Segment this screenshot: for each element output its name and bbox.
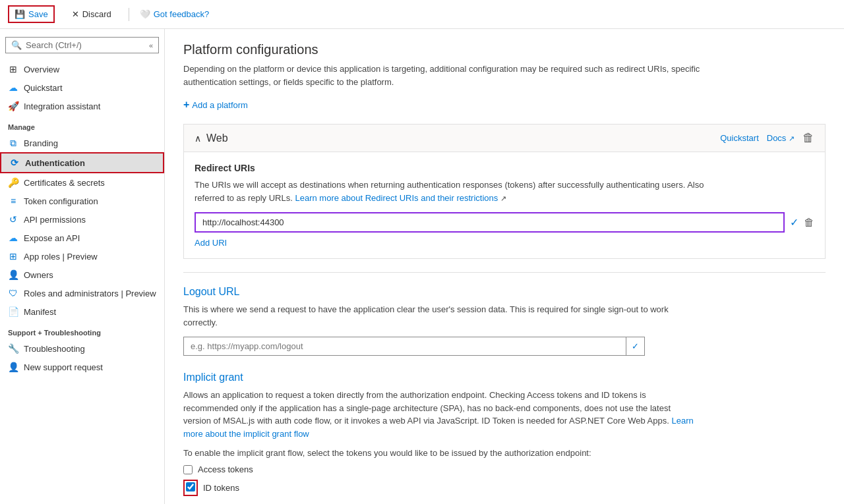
sidebar-label-integration: Integration assistant — [24, 101, 100, 111]
uri-input-row: ✓ 🗑 — [195, 212, 814, 233]
logout-input-row: ✓ — [183, 337, 645, 356]
feedback-icon: 🤍 — [140, 9, 150, 19]
sidebar: 🔍 Search (Ctrl+/) « ⊞ Overview ☁ Quickst… — [0, 29, 165, 504]
sidebar-item-api-permissions[interactable]: ↺ API permissions — [0, 210, 164, 229]
sidebar-label-manifest: Manifest — [24, 307, 56, 317]
access-tokens-label[interactable]: Access tokens — [198, 464, 253, 474]
api-permissions-icon: ↺ — [8, 214, 18, 225]
sidebar-item-branding[interactable]: ⧉ Branding — [0, 134, 164, 152]
redirect-desc: The URIs we will accept as destinations … — [195, 179, 709, 204]
sidebar-item-troubleshooting[interactable]: 🔧 Troubleshooting — [0, 339, 164, 358]
sidebar-item-quickstart[interactable]: ☁ Quickstart — [0, 78, 164, 97]
sidebar-item-authentication[interactable]: ⟳ Authentication — [0, 152, 164, 173]
uri-input[interactable] — [195, 212, 785, 233]
sidebar-label-troubleshooting: Troubleshooting — [24, 344, 85, 354]
sidebar-item-integration[interactable]: 🚀 Integration assistant — [0, 97, 164, 115]
sidebar-item-app-roles[interactable]: ⊞ App roles | Preview — [0, 247, 164, 266]
logout-url-input[interactable] — [183, 337, 626, 356]
sidebar-item-token[interactable]: ≡ Token configuration — [0, 192, 164, 210]
save-button[interactable]: 💾 Save — [8, 5, 55, 23]
redirect-title: Redirect URIs — [195, 163, 814, 173]
implicit-desc: Allows an application to request a token… — [183, 389, 698, 440]
web-card-title: Web — [206, 132, 715, 144]
branding-icon: ⧉ — [8, 138, 18, 148]
web-card: ∧ Web Quickstart Docs ↗ 🗑 Redirect URIs … — [183, 124, 826, 259]
sidebar-label-expose-api: Expose an API — [24, 233, 80, 243]
overview-icon: ⊞ — [8, 64, 18, 74]
owners-icon: 👤 — [8, 269, 18, 280]
add-platform-button[interactable]: + Add a platform — [183, 99, 248, 111]
sidebar-label-new-support: New support request — [24, 362, 103, 372]
search-bar[interactable]: 🔍 Search (Ctrl+/) « — [5, 37, 159, 53]
sidebar-item-manifest[interactable]: 📄 Manifest — [0, 302, 164, 321]
save-icon: 💾 — [15, 9, 25, 19]
certificates-icon: 🔑 — [8, 177, 18, 188]
authentication-icon: ⟳ — [9, 157, 20, 168]
sidebar-label-quickstart: Quickstart — [24, 83, 63, 93]
discard-button[interactable]: ✕ Discard — [65, 5, 118, 23]
web-docs-label: Docs — [767, 133, 787, 143]
add-platform-label: Add a platform — [192, 100, 248, 110]
sidebar-label-branding: Branding — [24, 138, 58, 148]
id-tokens-label[interactable]: ID tokens — [203, 483, 239, 493]
implicit-grant-section: Implicit grant Allows an application to … — [183, 372, 826, 496]
sidebar-label-authentication: Authentication — [25, 158, 85, 168]
add-uri-label: Add URI — [195, 238, 227, 248]
quickstart-icon: ☁ — [8, 82, 18, 93]
toolbar: 💾 Save ✕ Discard 🤍 Got feedback? — [0, 0, 844, 29]
sidebar-label-overview: Overview — [24, 65, 59, 74]
web-card-actions: Quickstart Docs ↗ 🗑 — [720, 131, 814, 145]
integration-icon: 🚀 — [8, 101, 18, 111]
web-docs-link[interactable]: Docs ↗ — [767, 133, 795, 143]
id-tokens-checkbox[interactable] — [186, 482, 195, 491]
toolbar-separator — [129, 8, 129, 21]
id-tokens-row: ID tokens — [183, 480, 826, 496]
expose-api-icon: ☁ — [8, 233, 18, 243]
sidebar-label-owners: Owners — [24, 270, 53, 280]
sidebar-label-roles-admin: Roles and administrators | Preview — [24, 289, 156, 298]
app-roles-icon: ⊞ — [8, 251, 18, 262]
platform-desc: Depending on the platform or device this… — [183, 63, 711, 88]
implicit-desc-text: Allows an application to request a token… — [183, 390, 671, 426]
manifest-icon: 📄 — [8, 306, 18, 317]
logout-title: Logout URL — [183, 286, 826, 298]
redirect-learn-more-link[interactable]: Learn more about Redirect URIs and their… — [295, 193, 498, 203]
collapse-arrow-icon[interactable]: « — [149, 42, 153, 49]
troubleshooting-icon: 🔧 — [8, 343, 18, 354]
web-quickstart-link[interactable]: Quickstart — [720, 133, 759, 143]
search-placeholder: Search (Ctrl+/) — [26, 40, 82, 50]
manage-header: Manage — [0, 115, 164, 134]
redirect-uris-section: Redirect URIs The URIs we will accept as… — [195, 163, 814, 248]
save-label: Save — [28, 9, 48, 19]
add-uri-button[interactable]: Add URI — [195, 238, 227, 248]
sidebar-label-certificates: Certificates & secrets — [24, 178, 105, 188]
sidebar-item-roles-admin[interactable]: 🛡 Roles and administrators | Preview — [0, 284, 164, 302]
sidebar-item-certificates[interactable]: 🔑 Certificates & secrets — [0, 173, 164, 192]
sidebar-label-app-roles: App roles | Preview — [24, 252, 98, 262]
search-icon: 🔍 — [11, 40, 22, 50]
sidebar-item-expose-api[interactable]: ☁ Expose an API — [0, 229, 164, 247]
web-collapse-icon[interactable]: ∧ — [195, 133, 201, 144]
discard-label: Discard — [82, 9, 111, 19]
uri-check-icon: ✓ — [790, 216, 799, 229]
id-tokens-checkbox-wrapper — [183, 480, 198, 496]
main-layout: 🔍 Search (Ctrl+/) « ⊞ Overview ☁ Quickst… — [0, 29, 844, 504]
discard-icon: ✕ — [72, 9, 79, 19]
access-tokens-checkbox[interactable] — [183, 465, 193, 474]
logout-section: Logout URL This is where we send a reque… — [183, 272, 826, 356]
token-icon: ≡ — [8, 196, 18, 206]
sidebar-item-overview[interactable]: ⊞ Overview — [0, 60, 164, 78]
platform-title: Platform configurations — [183, 42, 826, 57]
sidebar-item-owners[interactable]: 👤 Owners — [0, 266, 164, 284]
web-delete-button[interactable]: 🗑 — [802, 131, 814, 145]
sidebar-item-new-support[interactable]: 👤 New support request — [0, 358, 164, 376]
logout-desc: This is where we send a request to have … — [183, 303, 698, 329]
roles-admin-icon: 🛡 — [8, 288, 18, 298]
sidebar-label-token: Token configuration — [24, 196, 98, 206]
logout-check-icon: ✓ — [626, 337, 645, 356]
web-card-body: Redirect URIs The URIs we will accept as… — [184, 152, 825, 258]
support-header: Support + Troubleshooting — [0, 321, 164, 339]
feedback-button[interactable]: 🤍 Got feedback? — [140, 9, 210, 19]
uri-delete-button[interactable]: 🗑 — [804, 217, 814, 229]
feedback-label: Got feedback? — [154, 9, 210, 19]
